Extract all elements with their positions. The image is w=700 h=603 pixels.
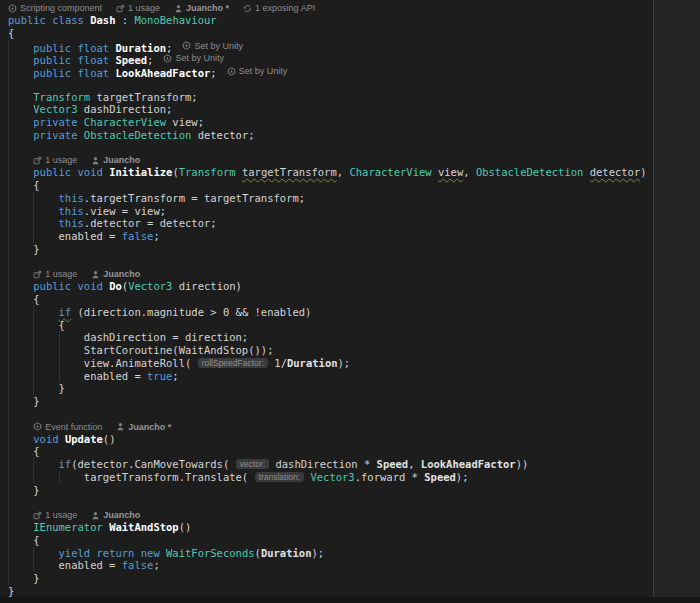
code-line[interactable]: }: [0, 572, 700, 585]
indent-guide: [8, 65, 9, 78]
code-lens-unity[interactable]: Event function: [33, 421, 102, 433]
code-lens-line[interactable]: Event functionJuancho *: [0, 421, 700, 433]
code-line[interactable]: public void Initialize(Transform targetT…: [0, 166, 700, 179]
code-line[interactable]: }: [0, 585, 700, 598]
code-line[interactable]: enabled = true;: [0, 370, 700, 383]
code-token: dashDirection;: [78, 103, 173, 115]
field-token: Duration: [287, 357, 338, 369]
code-lens-author[interactable]: Juancho: [91, 268, 140, 280]
indent-guide: [33, 357, 34, 370]
usages-icon: [116, 4, 125, 13]
type-token: ObstacleDetection: [84, 129, 191, 141]
code-lens-line[interactable]: 1 usageJuancho: [0, 509, 700, 521]
code-token: :: [116, 14, 135, 26]
code-token: ,: [408, 458, 421, 470]
code-line[interactable]: public float LookAheadFactor;Set by Unit…: [0, 65, 700, 78]
indent-guide: [8, 509, 9, 521]
code-line[interactable]: {: [0, 27, 700, 40]
code-line[interactable]: enabled = false;: [0, 230, 700, 243]
code-lens-line[interactable]: 1 usageJuancho: [0, 268, 700, 280]
code-token: .detector = detector;: [84, 217, 217, 229]
code-line[interactable]: public float Duration;Set by Unity: [0, 40, 700, 53]
api-icon: [243, 4, 252, 13]
code-lens-line[interactable]: Scripting component1 usageJuancho *1 exp…: [0, 2, 700, 14]
code-line[interactable]: private CharacterView view;: [0, 116, 700, 129]
code-lens-usages[interactable]: 1 usage: [116, 2, 160, 14]
parameter-token: targetTransform: [242, 166, 337, 178]
code-lens-api[interactable]: 1 exposing API: [243, 2, 315, 14]
parameter-hint-pill[interactable]: vector:: [236, 459, 270, 469]
code-line[interactable]: }: [0, 382, 700, 395]
type-token: Vector3: [310, 471, 354, 483]
code-lens-author[interactable]: Juancho *: [116, 421, 171, 433]
inline-code-lens[interactable]: Set by Unity: [182, 40, 243, 53]
code-line[interactable]: public void Do(Vector3 direction): [0, 280, 700, 293]
code-lens-usages[interactable]: 1 usage: [33, 154, 77, 166]
code-line[interactable]: }: [0, 395, 700, 408]
code-line[interactable]: private ObstacleDetection detector;: [0, 129, 700, 142]
code-line[interactable]: [0, 78, 700, 91]
code-lens-usages[interactable]: 1 usage: [33, 268, 77, 280]
code-lens-line[interactable]: 1 usageJuancho: [0, 154, 700, 166]
keyword-token: public: [33, 280, 71, 292]
parameter-hint-pill[interactable]: rollSpeedFactor:: [198, 358, 268, 368]
code-token: }: [8, 585, 14, 597]
code-line[interactable]: public float Speed;Set by Unity: [0, 52, 700, 65]
code-line[interactable]: [0, 142, 700, 155]
code-line[interactable]: }: [0, 484, 700, 497]
code-area[interactable]: Scripting component1 usageJuancho *1 exp…: [0, 0, 700, 603]
code-line[interactable]: this.targetTransform = targetTransform;: [0, 192, 700, 205]
code-line[interactable]: this.detector = detector;: [0, 217, 700, 230]
indent-guide: [8, 319, 9, 332]
code-line[interactable]: {: [0, 445, 700, 458]
code-lens-label: Event function: [45, 421, 102, 433]
code-line[interactable]: [0, 408, 700, 421]
code-line[interactable]: view.AnimateRoll( rollSpeedFactor: 1/Dur…: [0, 357, 700, 370]
code-line[interactable]: {: [0, 293, 700, 306]
inline-code-lens[interactable]: Set by Unity: [227, 65, 288, 78]
code-line[interactable]: [0, 256, 700, 269]
code-line[interactable]: [0, 496, 700, 509]
code-lens-usages[interactable]: 1 usage: [33, 509, 77, 521]
indent-guide: [33, 458, 34, 471]
keyword-token: private: [33, 129, 77, 141]
keyword-token: void: [33, 433, 58, 445]
code-line[interactable]: IEnumerator WaitAndStop(): [0, 521, 700, 534]
unity-icon: [227, 67, 236, 76]
code-line[interactable]: if (direction.magnitude > 0 && !enabled): [0, 306, 700, 319]
declaration-token: Do: [109, 280, 122, 292]
inline-code-lens[interactable]: Set by Unity: [163, 52, 224, 65]
keyword-token: public: [33, 166, 71, 178]
code-line[interactable]: {: [0, 534, 700, 547]
code-lens-label: Scripting component: [20, 2, 102, 14]
code-line[interactable]: }: [0, 243, 700, 256]
indent-guide: [8, 458, 9, 471]
code-lens-author[interactable]: Juancho *: [174, 2, 229, 14]
code-line[interactable]: Transform targetTransform;: [0, 91, 700, 104]
code-lens-unity[interactable]: Scripting component: [8, 2, 102, 14]
code-line[interactable]: Vector3 dashDirection;: [0, 103, 700, 116]
code-line[interactable]: enabled = false;: [0, 559, 700, 572]
code-line[interactable]: {: [0, 179, 700, 192]
indent-guide: [8, 433, 9, 446]
code-token: }: [33, 484, 39, 496]
code-lens-author[interactable]: Juancho: [91, 509, 140, 521]
parameter-hint-pill[interactable]: translation:: [255, 472, 305, 482]
code-line[interactable]: dashDirection = direction;: [0, 331, 700, 344]
parameter-token: detector: [590, 166, 641, 178]
code-line[interactable]: targetTransform.Translate( translation: …: [0, 471, 700, 484]
type-token: Transform: [179, 166, 236, 178]
code-token: ;: [153, 230, 159, 242]
code-line[interactable]: if(detector.CanMoveTowards( vector: dash…: [0, 458, 700, 471]
indent-guide: [8, 382, 9, 395]
code-line[interactable]: yield return new WaitForSeconds(Duration…: [0, 547, 700, 560]
code-line[interactable]: {: [0, 319, 700, 332]
code-lens-author[interactable]: Juancho: [91, 154, 140, 166]
keyword-token: private: [33, 116, 77, 128]
code-line[interactable]: StartCoroutine(WaitAndStop());: [0, 344, 700, 357]
code-line[interactable]: this.view = view;: [0, 205, 700, 218]
code-token: {: [33, 293, 39, 305]
keyword-token: yield: [59, 547, 91, 559]
code-line[interactable]: void Update(): [0, 433, 700, 446]
code-line[interactable]: public class Dash : MonoBehaviour: [0, 14, 700, 27]
